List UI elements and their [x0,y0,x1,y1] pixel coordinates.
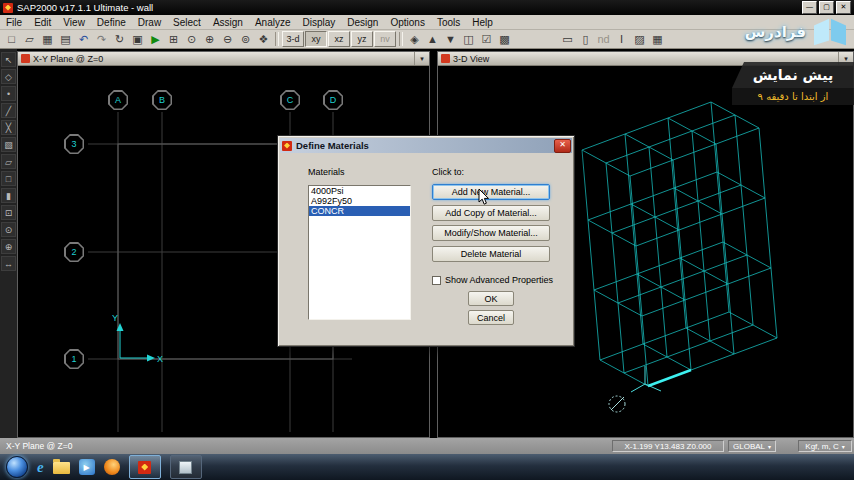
view-3d-button[interactable]: 3-d [282,31,304,47]
view-xy-button[interactable]: xy [305,31,327,47]
quick-draw-frame-icon[interactable]: ╳ [1,120,16,135]
secondary-app-taskbar-button[interactable] [170,455,202,479]
chevron-down-icon: ▾ [842,443,845,450]
plan-view-titlebar[interactable]: X-Y Plane @ Z=0 ▾ [18,52,429,66]
media-player-icon[interactable]: ▶ [79,459,95,475]
zoom-previous-icon[interactable]: ⊚ [237,31,254,47]
menu-item[interactable]: Define [91,16,132,29]
display-options-icon[interactable]: ☑ [478,31,495,47]
section-designer-icon[interactable]: I [613,31,630,47]
menu-item[interactable]: Options [384,16,430,29]
draw-area-icon[interactable]: ▱ [1,154,16,169]
draw-window-icon[interactable]: ▯ [577,31,594,47]
ie-icon[interactable]: e [37,459,44,476]
close-button[interactable]: ✕ [836,1,851,14]
menu-item[interactable]: View [57,16,91,29]
status-coordinates: X-1.199 Y13.483 Z0.000 [612,440,724,452]
undo-icon[interactable]: ↶ [75,31,92,47]
open-file-icon[interactable]: ▱ [21,31,38,47]
quick-draw-area-icon[interactable]: □ [1,171,16,186]
menu-item[interactable]: Select [167,16,207,29]
start-button[interactable] [6,456,28,478]
grid-options-icon[interactable]: ▦ [649,31,666,47]
grid-bubble-c: C [280,90,300,110]
menu-item[interactable]: Help [466,16,499,29]
view-xz-button[interactable]: xz [328,31,350,47]
menu-item[interactable]: Tools [431,16,466,29]
modify-show-material-button[interactable]: Modify/Show Material... [432,225,550,241]
dialog-close-button[interactable]: ✕ [554,139,571,153]
draw-solid-icon[interactable]: ▮ [1,188,16,203]
title-bar[interactable]: SAP2000 v17.1.1 Ultimate - wall — ▢ ✕ [0,0,854,15]
quick-draw-brace-icon[interactable]: ▧ [1,137,16,152]
snap-joints-icon[interactable]: ⊙ [1,222,16,237]
grid-bubble-d: D [323,90,343,110]
perspective-icon[interactable]: ◈ [406,31,423,47]
refresh-window-icon[interactable]: ↻ [111,31,128,47]
firefox-icon[interactable] [104,459,120,475]
ok-button[interactable]: OK [468,291,514,306]
redo-icon[interactable]: ↷ [93,31,110,47]
lock-model-icon[interactable]: ▣ [129,31,146,47]
move-up-gridline-icon[interactable]: ▲ [424,31,441,47]
pan-icon[interactable]: ❖ [255,31,272,47]
material-item[interactable]: A992Fy50 [309,196,410,206]
dialog-titlebar[interactable]: Define Materials ✕ [280,138,572,153]
menu-item[interactable]: Display [297,16,342,29]
caption-buttons: — ▢ ✕ [802,1,851,14]
view-yz-button[interactable]: yz [351,31,373,47]
material-item[interactable]: CONCR [309,206,410,216]
run-analysis-icon[interactable]: ▶ [147,31,164,47]
add-copy-material-button[interactable]: Add Copy of Material... [432,205,550,221]
nd-button[interactable]: nd [595,31,612,47]
draw-rect-icon[interactable]: ▭ [559,31,576,47]
zoom-window-icon[interactable]: ⊞ [165,31,182,47]
material-item[interactable]: 4000Psi [309,186,410,196]
zoom-full-icon[interactable]: ⊙ [183,31,200,47]
draw-joint-icon[interactable]: • [1,86,16,101]
new-model-icon[interactable]: □ [3,31,20,47]
zoom-in-icon[interactable]: ⊕ [201,31,218,47]
faradars-logo: فرادرس [745,16,849,48]
assign-display-icon[interactable]: ▩ [496,31,513,47]
move-down-gridline-icon[interactable]: ▼ [442,31,459,47]
menu-item[interactable]: Draw [132,16,167,29]
menu-item[interactable]: Analyze [249,16,297,29]
measure-line-icon[interactable]: ↔ [1,256,16,271]
maximize-button[interactable]: ▢ [819,1,834,14]
print-icon[interactable]: ▤ [57,31,74,47]
plan-view-title: X-Y Plane @ Z=0 [33,54,103,64]
hatch-icon[interactable]: ▨ [631,31,648,47]
materials-label: Materials [308,167,345,177]
show-advanced-properties-checkbox[interactable] [432,276,441,285]
zoom-out-icon[interactable]: ⊖ [219,31,236,47]
add-new-material-button[interactable]: Add New Material... [432,184,550,200]
menu-item[interactable]: File [0,16,28,29]
secondary-app-icon [179,461,192,474]
toolbar-separator [275,32,279,46]
delete-material-button[interactable]: Delete Material [432,246,550,262]
menu-item[interactable]: Design [341,16,384,29]
save-icon[interactable]: ▦ [39,31,56,47]
window-icon [21,54,30,63]
cancel-button[interactable]: Cancel [468,310,514,325]
window-menu-button[interactable]: ▾ [414,52,429,65]
view-nv-button[interactable]: nv [374,31,396,47]
three-d-view-title: 3-D View [453,54,489,64]
materials-list[interactable]: 4000PsiA992Fy50CONCR [308,185,411,320]
select-window-icon[interactable]: ⊡ [1,205,16,220]
csys-dropdown[interactable]: GLOBAL▾ [728,440,776,452]
units-dropdown[interactable]: Kgf, m, C▾ [798,440,852,452]
explorer-icon[interactable] [53,462,70,474]
minimize-button[interactable]: — [802,1,817,14]
object-display-icon[interactable]: ◫ [460,31,477,47]
menu-item[interactable]: Edit [28,16,57,29]
snap-midpoints-icon[interactable]: ⊕ [1,239,16,254]
draw-frame-icon[interactable]: ╱ [1,103,16,118]
menu-item[interactable]: Assign [207,16,249,29]
sap2000-taskbar-button[interactable] [129,455,161,479]
reshape-icon[interactable]: ◇ [1,69,16,84]
grid-bubble-b: B [152,90,172,110]
toolbar-separator [399,32,403,46]
pointer-select-icon[interactable]: ↖ [1,52,16,67]
